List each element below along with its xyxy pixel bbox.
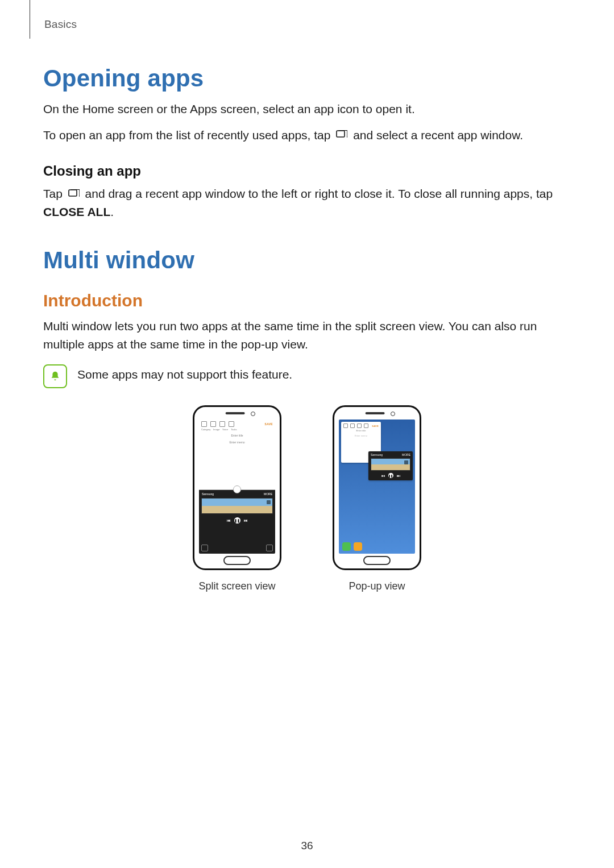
opening-apps-p2: To open an app from the list of recently… [43, 126, 571, 144]
split-view-column: SAVE Category Image Voice Tasks Enter ti… [193, 405, 281, 592]
contacts-app-icon [354, 542, 362, 551]
breadcrumb: Basics [44, 18, 571, 31]
phone-speaker [226, 412, 245, 414]
recents-icon [68, 189, 80, 198]
image-icon [350, 423, 355, 428]
views-row: SAVE Category Image Voice Tasks Enter ti… [43, 405, 571, 592]
player-title: Samsung [371, 453, 383, 456]
recents-icon [336, 130, 347, 139]
p2-text-a: To open an app from the list of recently… [43, 128, 334, 142]
note-text: Some apps may not support this feature. [77, 363, 292, 384]
tasks-icon [229, 421, 234, 427]
memo-field: Enter memo [199, 439, 275, 446]
opening-apps-p1: On the Home screen or the Apps screen, s… [43, 100, 571, 118]
popup-view-column: SAVE Enter title Enter memo Samsung MORE [333, 405, 421, 592]
phone-home-button [363, 556, 391, 565]
volume-icon [267, 500, 271, 504]
popup-view-caption: Pop-up view [333, 580, 421, 592]
svg-rect-0 [337, 131, 345, 137]
save-button: SAVE [265, 422, 273, 426]
video-thumbnail [371, 458, 410, 471]
dock [339, 539, 415, 554]
p3-text-c: . [110, 205, 114, 218]
toolbar-label: Category [201, 428, 210, 431]
player-more: MORE [264, 492, 272, 496]
pause-icon: ❚❚ [234, 517, 240, 524]
memo-field: Enter memo [343, 433, 379, 438]
phone-speaker [366, 412, 385, 414]
menu-icon [201, 421, 207, 427]
p2-text-b: and select a recent app window. [353, 128, 523, 142]
fullscreen-icon [201, 545, 208, 551]
popup-icon [266, 545, 273, 551]
split-bottom-pane-player: Samsung MORE ⏮ ❚❚ ⏭ [199, 490, 275, 554]
phone-popup-view: SAVE Enter title Enter memo Samsung MORE [333, 405, 421, 570]
multi-window-intro: Multi window lets you run two apps at th… [43, 317, 571, 353]
player-more: MORE [402, 453, 410, 456]
heading-introduction: Introduction [43, 291, 571, 310]
title-field: Enter title [199, 432, 275, 439]
toolbar-label: Image [213, 428, 219, 431]
p3-text-a: Tap [43, 187, 66, 200]
next-icon: ⏭ [397, 474, 400, 477]
p3-text-b: and drag a recent app window to the left… [85, 187, 553, 200]
split-top-pane-memo: SAVE Category Image Voice Tasks Enter ti… [199, 420, 275, 490]
volume-icon [404, 460, 408, 464]
phone-app-icon [342, 542, 351, 551]
phone-camera [251, 412, 255, 416]
closing-app-p: Tap and drag a recent app window to the … [43, 185, 571, 221]
image-icon [210, 421, 216, 427]
close-all-label: CLOSE ALL [43, 205, 110, 218]
note-row: Some apps may not support this feature. [43, 363, 571, 388]
svg-rect-1 [69, 190, 77, 196]
voice-icon [357, 423, 362, 428]
home-screen [339, 514, 415, 554]
prev-icon: ⏮ [381, 474, 385, 477]
heading-closing-an-app: Closing an app [43, 163, 571, 179]
page-number: 36 [0, 840, 614, 852]
toolbar-label: Tasks [231, 428, 237, 431]
prev-icon: ⏮ [227, 518, 231, 522]
menu-icon [343, 423, 348, 428]
split-divider-handle [233, 485, 241, 493]
tasks-icon [364, 423, 368, 428]
split-view-caption: Split screen view [193, 580, 281, 592]
phone-home-button [223, 556, 251, 565]
margin-rule [30, 0, 30, 39]
video-thumbnail [201, 498, 273, 514]
popup-player-window: Samsung MORE ⏮ ❚❚ ⏭ [368, 451, 413, 480]
pause-icon: ❚❚ [388, 473, 393, 478]
player-title: Samsung [202, 492, 214, 496]
next-icon: ⏭ [244, 518, 248, 522]
note-bell-icon [43, 364, 67, 388]
manual-page: Basics Opening apps On the Home screen o… [0, 0, 614, 868]
phone-split-view: SAVE Category Image Voice Tasks Enter ti… [193, 405, 281, 570]
save-button: SAVE [372, 425, 379, 427]
heading-opening-apps: Opening apps [43, 65, 571, 92]
toolbar-label: Voice [222, 428, 228, 431]
voice-icon [219, 421, 225, 427]
phone-camera [391, 412, 395, 416]
heading-multi-window: Multi window [43, 247, 571, 274]
title-field: Enter title [343, 428, 379, 433]
